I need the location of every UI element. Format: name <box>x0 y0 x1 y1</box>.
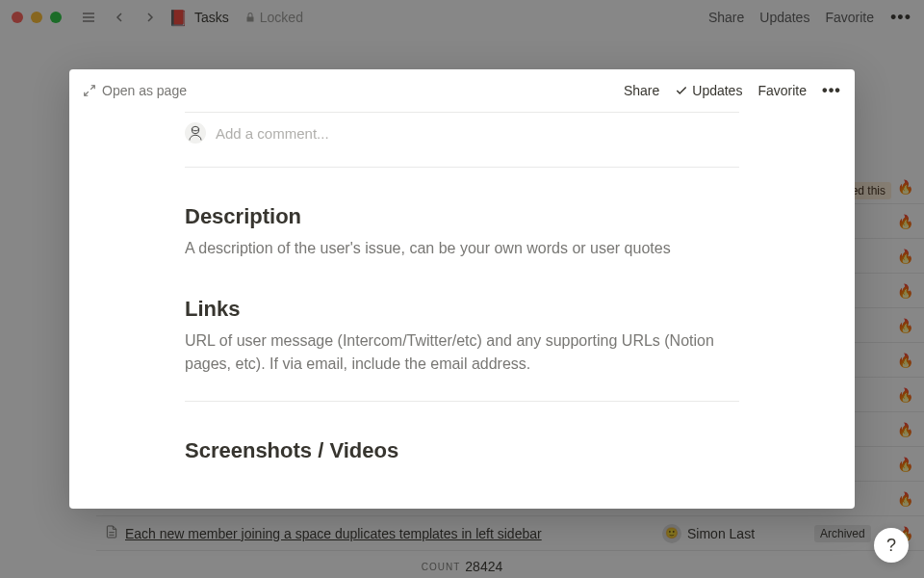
forward-button[interactable] <box>139 6 162 29</box>
fire-icon: 🔥 <box>897 179 913 195</box>
fire-icon: 🔥 <box>897 422 913 437</box>
help-button[interactable]: ? <box>874 528 909 563</box>
modal-favorite-button[interactable]: Favorite <box>757 83 807 98</box>
owner-avatar: 🙂 <box>662 524 681 543</box>
status-chip: Archived <box>814 525 871 542</box>
modal-more-menu-button[interactable]: ••• <box>822 79 841 102</box>
count-value: 28424 <box>465 559 502 574</box>
fire-icon: 🔥 <box>897 457 913 472</box>
row-priority-cell[interactable]: 🔥 <box>886 422 924 437</box>
fire-icon: 🔥 <box>897 491 913 507</box>
fire-icon: 🔥 <box>897 249 913 264</box>
close-window-button[interactable] <box>12 12 23 23</box>
count-label: COUNT <box>422 562 461 572</box>
lock-icon <box>244 12 256 23</box>
modal-header: Open as page Share Updates Favorite ••• <box>69 69 855 112</box>
row-priority-cell[interactable]: 🔥 <box>886 283 924 299</box>
row-priority-cell[interactable]: 🔥 <box>886 249 924 264</box>
description-heading: Description <box>185 204 739 229</box>
svg-line-6 <box>85 92 89 95</box>
row-title-cell[interactable]: Each new member joining a space duplicat… <box>96 524 654 542</box>
more-menu-button[interactable]: ••• <box>889 6 912 29</box>
section-screenshots: Screenshots / Videos <box>185 438 739 463</box>
updates-button[interactable]: Updates <box>759 10 809 25</box>
table-count-footer: COUNT 28424 <box>0 555 924 578</box>
page-title[interactable]: Tasks <box>194 10 229 25</box>
row-priority-cell[interactable]: 🔥 <box>886 387 924 403</box>
window-controls <box>12 12 62 23</box>
check-icon <box>675 84 688 97</box>
modal-header-actions: Share Updates Favorite ••• <box>624 79 841 102</box>
maximize-window-button[interactable] <box>50 12 62 23</box>
description-body[interactable]: A description of the user's issue, can b… <box>185 237 739 260</box>
row-priority-cell[interactable]: 🔥 <box>886 214 924 229</box>
open-as-page-button[interactable]: Open as page <box>83 83 187 98</box>
links-heading: Links <box>185 297 739 322</box>
section-links: Links URL of user message (Intercom/Twit… <box>185 297 739 402</box>
topbar-actions: Share Updates Favorite ••• <box>708 6 912 29</box>
user-avatar <box>185 122 206 144</box>
fire-icon: 🔥 <box>897 283 913 299</box>
row-priority-cell[interactable]: 🔥 <box>886 353 924 368</box>
modal-share-button[interactable]: Share <box>624 83 659 98</box>
fire-icon: 🔥 <box>897 387 913 403</box>
comment-input[interactable] <box>216 125 739 142</box>
comment-row <box>185 113 739 168</box>
share-button[interactable]: Share <box>708 10 744 25</box>
row-priority-cell[interactable]: 🔥 <box>886 491 924 507</box>
page-icon: 📕 <box>169 9 187 26</box>
modal-updates-button[interactable]: Updates <box>675 83 742 98</box>
fire-icon: 🔥 <box>897 214 913 229</box>
table-row[interactable]: Each new member joining a space duplicat… <box>96 516 924 551</box>
row-priority-cell[interactable]: 🔥 <box>886 457 924 472</box>
locked-badge: Locked <box>244 10 303 25</box>
hamburger-menu-icon[interactable] <box>77 6 100 29</box>
page-modal: Open as page Share Updates Favorite ••• … <box>69 69 855 509</box>
fire-icon: 🔥 <box>897 353 913 368</box>
favorite-button[interactable]: Favorite <box>825 10 874 25</box>
owner-name: Simon Last <box>687 526 755 541</box>
svg-line-5 <box>90 86 94 90</box>
page-doc-icon <box>104 524 119 542</box>
screenshots-heading: Screenshots / Videos <box>185 438 739 463</box>
expand-icon <box>83 84 96 97</box>
back-button[interactable] <box>108 6 131 29</box>
fire-icon: 🔥 <box>897 318 913 333</box>
modal-body: Description A description of the user's … <box>69 112 855 463</box>
links-body[interactable]: URL of user message (Intercom/Twitter/et… <box>185 329 739 376</box>
row-priority-cell[interactable]: 🔥 <box>886 318 924 333</box>
row-owner-cell[interactable]: 🙂Simon Last <box>654 524 808 543</box>
minimize-window-button[interactable] <box>31 12 42 23</box>
row-title: Each new member joining a space duplicat… <box>125 526 542 541</box>
row-priority-cell[interactable]: 🔥 <box>886 179 924 195</box>
topbar: 📕 Tasks Locked Share Updates Favorite ••… <box>0 0 924 35</box>
section-description: Description A description of the user's … <box>185 204 739 260</box>
